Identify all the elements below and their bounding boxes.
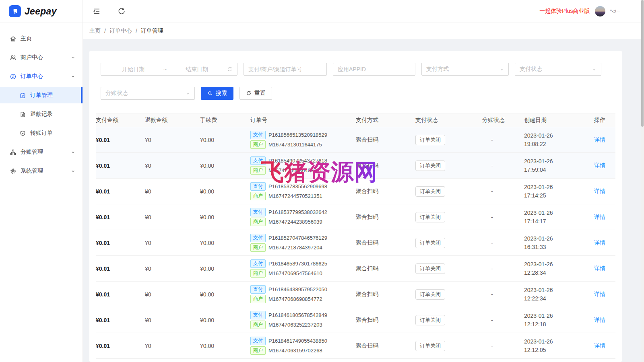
breadcrumb-order-center[interactable]: 订单中心 bbox=[109, 27, 132, 35]
table-row: ¥0.01 ¥0 ¥0.00 支付 P1618537835562909698 商… bbox=[96, 179, 615, 204]
table-row: ¥0.01 ¥0 ¥0.00 支付 P1618461805678542849 商… bbox=[96, 307, 615, 333]
created-date: 2023-01-26 bbox=[524, 286, 591, 294]
detail-link[interactable]: 详情 bbox=[594, 342, 605, 349]
mch-order-no: M16747069547564610 bbox=[268, 270, 322, 276]
pay-order-line: 支付 P1618537799538032642 bbox=[250, 208, 353, 216]
sidebar-item-home[interactable]: 主页 bbox=[0, 31, 83, 47]
pay-amount-cell: ¥0.01 bbox=[96, 317, 145, 323]
order-no-cell: 支付 P1618464389579522050 商户 M167470686988… bbox=[250, 284, 356, 304]
breadcrumb-separator: / bbox=[136, 28, 137, 34]
chevron-down-icon bbox=[186, 91, 190, 96]
scrollbar-thumb[interactable] bbox=[641, 0, 644, 127]
plus-version-link[interactable]: 一起体验Plus商业版 bbox=[539, 8, 590, 15]
detail-link[interactable]: 详情 bbox=[594, 136, 605, 143]
detail-link[interactable]: 详情 bbox=[594, 291, 605, 297]
mch-order-no: M16747063159702268 bbox=[268, 348, 322, 354]
sidebar-item-profit-sharing[interactable]: 分账管理 bbox=[0, 144, 83, 160]
order-no-cell: 支付 P1618461805678542849 商户 M167470632522… bbox=[250, 310, 356, 330]
pay-way-cell: 聚合扫码 bbox=[356, 317, 415, 324]
pay-way-select[interactable]: 支付方式 bbox=[421, 63, 509, 76]
search-button[interactable]: 搜索 bbox=[201, 87, 233, 100]
created-time: 17:14:25 bbox=[524, 191, 591, 200]
chevron-up-icon bbox=[71, 74, 75, 79]
pay-tag: 支付 bbox=[250, 311, 266, 319]
created-date: 2023-01-26 bbox=[524, 234, 591, 243]
order-no-cell: 支付 P1618549072543727618 商户 M167472446364… bbox=[250, 155, 356, 176]
pay-way-cell: 聚合扫码 bbox=[356, 291, 415, 298]
end-date-input[interactable] bbox=[169, 66, 225, 72]
pay-state-select[interactable]: 支付状态 bbox=[515, 63, 601, 76]
mch-tag: 商户 bbox=[250, 346, 266, 355]
detail-link[interactable]: 详情 bbox=[594, 317, 605, 323]
reset-button[interactable]: 重置 bbox=[239, 87, 272, 100]
menu-fold-icon[interactable] bbox=[93, 7, 101, 15]
transaction-icon bbox=[10, 73, 17, 80]
pay-state-cell: 订单关闭 bbox=[415, 289, 482, 300]
sidebar-item-label: 系统管理 bbox=[21, 167, 43, 175]
sidebar-item-order-center[interactable]: 订单中心 bbox=[0, 68, 83, 84]
pay-state-select-placeholder: 支付状态 bbox=[520, 66, 542, 73]
filter-row-1: ~ 支付方式 支付状态 bbox=[101, 63, 615, 76]
pay-state-cell: 订单关闭 bbox=[415, 212, 482, 222]
detail-link[interactable]: 详情 bbox=[594, 188, 605, 194]
date-range-picker[interactable]: ~ bbox=[101, 63, 237, 76]
brand-logo[interactable]: Jeepay bbox=[0, 0, 83, 23]
refund-amount-cell: ¥0 bbox=[145, 317, 200, 323]
created-date: 2023-01-26 bbox=[524, 132, 591, 140]
pay-tag: 支付 bbox=[250, 234, 266, 242]
sidebar-item-order-management[interactable]: 订单管理 bbox=[0, 87, 83, 103]
scrollbar-track[interactable] bbox=[641, 0, 644, 362]
pay-order-line: 支付 P1618461805678542849 bbox=[250, 311, 353, 319]
breadcrumb-home[interactable]: 主页 bbox=[89, 27, 101, 35]
pay-state-cell: 订单关闭 bbox=[415, 160, 482, 171]
created-date: 2023-01-26 bbox=[524, 157, 591, 166]
sidebar-item-system-management[interactable]: 系统管理 bbox=[0, 163, 83, 179]
order-no-cell: 支付 P1618566513520918529 商户 M167473130116… bbox=[250, 130, 356, 150]
division-state-select[interactable]: 分账状态 bbox=[101, 87, 195, 100]
pay-order-no: P1618566513520918529 bbox=[268, 132, 327, 138]
order-closed-badge: 订单关闭 bbox=[415, 263, 445, 274]
mch-order-line: 商户 M16747313011644175 bbox=[250, 140, 353, 149]
mch-order-line: 商户 M16747069547564610 bbox=[250, 269, 353, 278]
detail-link[interactable]: 详情 bbox=[594, 214, 605, 220]
reload-icon[interactable] bbox=[118, 7, 126, 15]
order-no-input[interactable] bbox=[244, 63, 327, 76]
mch-tag: 商户 bbox=[250, 166, 266, 175]
sidebar-item-label: 订单中心 bbox=[21, 73, 43, 80]
table-row: ¥0.01 ¥0 ¥0.00 支付 P1618566513520918529 商… bbox=[96, 127, 615, 153]
sidebar-item-merchant-center[interactable]: 商户中心 bbox=[0, 49, 83, 66]
team-icon bbox=[10, 54, 17, 61]
created-date-cell: 2023-01-26 12:12:05 bbox=[524, 337, 594, 354]
detail-link[interactable]: 详情 bbox=[594, 239, 605, 246]
mch-order-line: 商户 M16747244570521351 bbox=[250, 192, 353, 200]
sidebar-item-label: 分账管理 bbox=[21, 148, 43, 156]
created-time: 19:08:22 bbox=[524, 140, 591, 148]
refund-amount-cell: ¥0 bbox=[145, 343, 200, 349]
sidebar-item-refund-records[interactable]: 退款记录 bbox=[0, 106, 83, 122]
pay-tag: 支付 bbox=[250, 182, 266, 191]
pay-state-cell: 订单关闭 bbox=[415, 238, 482, 248]
breadcrumb-current: 订单管理 bbox=[141, 27, 163, 35]
sidebar-item-transfer-orders[interactable]: 转账订单 bbox=[0, 125, 83, 141]
created-time: 12:28:34 bbox=[524, 269, 591, 277]
created-time: 12:12:05 bbox=[524, 346, 591, 354]
fee-cell: ¥0.00 bbox=[200, 317, 250, 323]
pay-order-line: 支付 P1618527047846576129 bbox=[250, 234, 353, 242]
start-date-input[interactable] bbox=[105, 66, 161, 72]
table-row: ¥0.01 ¥0 ¥0.00 支付 P1618527047846576129 商… bbox=[96, 230, 615, 256]
mch-order-no: M16747063252237203 bbox=[268, 322, 322, 328]
order-no-cell: 支付 P1618537835562909698 商户 M167472445705… bbox=[250, 181, 356, 202]
search-icon bbox=[207, 90, 213, 96]
account-book-icon bbox=[19, 92, 26, 99]
user-avatar[interactable] bbox=[595, 6, 605, 16]
created-time: 12:12:18 bbox=[524, 320, 591, 329]
appid-input[interactable] bbox=[333, 63, 415, 76]
pay-amount-cell: ¥0.01 bbox=[96, 214, 145, 220]
refund-amount-cell: ¥0 bbox=[145, 240, 200, 246]
detail-link[interactable]: 详情 bbox=[594, 265, 605, 272]
detail-link[interactable]: 详情 bbox=[594, 162, 605, 169]
jeepay-logo-icon bbox=[9, 5, 21, 17]
app-window: Jeepay 主页 商户中心 bbox=[0, 0, 644, 362]
pay-tag: 支付 bbox=[250, 285, 266, 294]
col-header-created-date: 创建日期 bbox=[524, 117, 594, 124]
